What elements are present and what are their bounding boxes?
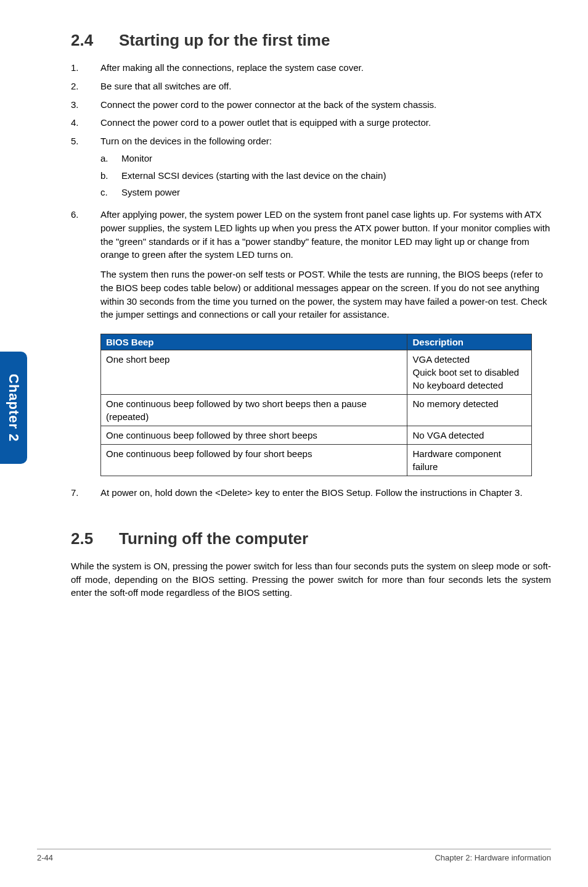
section-title: Starting up for the first time	[119, 31, 330, 50]
footer-page-number: 2-44	[37, 853, 53, 862]
table-cell: One short beep	[101, 350, 407, 395]
item-number: 7.	[71, 486, 100, 500]
table-cell: One continuous beep followed by four sho…	[101, 445, 407, 476]
bios-beep-table: BIOS Beep Description One short beep VGA…	[100, 334, 532, 476]
sub-letter: c.	[100, 186, 121, 199]
steps-list-continued: 7. At power on, hold down the <Delete> k…	[71, 486, 551, 500]
list-item: 1. After making all the connections, rep…	[71, 61, 551, 75]
item-number: 1.	[71, 61, 100, 75]
sub-list-item: b. External SCSI devices (starting with …	[100, 169, 551, 183]
table-row: One continuous beep followed by four sho…	[101, 445, 532, 476]
sub-list-item: c. System power	[100, 186, 551, 199]
steps-list: 1. After making all the connections, rep…	[71, 61, 551, 321]
sub-text: Monitor	[121, 152, 152, 165]
sub-letter: a.	[100, 152, 121, 165]
list-item: 2. Be sure that all switches are off.	[71, 80, 551, 93]
sub-text: System power	[121, 186, 180, 199]
item-text: After applying power, the system power L…	[100, 208, 551, 321]
item-text: Be sure that all switches are off.	[100, 80, 551, 93]
table-header-row: BIOS Beep Description	[101, 334, 532, 350]
section-heading-2-5: 2.5 Turning off the computer	[71, 529, 551, 548]
footer-chapter: Chapter 2: Hardware information	[435, 853, 551, 862]
section-title: Turning off the computer	[119, 529, 308, 548]
page-footer: 2-44 Chapter 2: Hardware information	[37, 849, 551, 862]
table-header: Description	[407, 334, 532, 350]
chapter-side-tab: Chapter 2	[0, 352, 27, 464]
table-row: One continuous beep followed by three sh…	[101, 426, 532, 445]
item-text: Turn on the devices in the following ord…	[100, 134, 551, 203]
section-body: While the system is ON, pressing the pow…	[71, 559, 551, 600]
sub-text: External SCSI devices (starting with the…	[121, 169, 386, 183]
table-header: BIOS Beep	[101, 334, 407, 350]
list-item: 6. After applying power, the system powe…	[71, 208, 551, 321]
item-number: 3.	[71, 98, 100, 112]
table-row: One short beep VGA detected Quick boot s…	[101, 350, 532, 395]
item-text: After making all the connections, replac…	[100, 61, 551, 75]
sub-letter: b.	[100, 169, 121, 183]
item-text: At power on, hold down the <Delete> key …	[100, 486, 551, 500]
list-item: 3. Connect the power cord to the power c…	[71, 98, 551, 112]
item-text-main: Turn on the devices in the following ord…	[100, 136, 272, 146]
chapter-side-tab-text: Chapter 2	[6, 374, 22, 442]
item-extra-paragraph: The system then runs the power-on self t…	[100, 268, 551, 321]
table-row: One continuous beep followed by two shor…	[101, 395, 532, 426]
item-number: 2.	[71, 80, 100, 93]
sub-list: a. Monitor b. External SCSI devices (sta…	[100, 152, 551, 199]
section-number: 2.5	[71, 529, 119, 548]
section-number: 2.4	[71, 31, 119, 50]
item-number: 4.	[71, 116, 100, 130]
list-item: 5. Turn on the devices in the following …	[71, 134, 551, 203]
table-cell: Hardware component failure	[407, 445, 532, 476]
table-cell: One continuous beep followed by two shor…	[101, 395, 407, 426]
table-cell: No VGA detected	[407, 426, 532, 445]
item-number: 5.	[71, 134, 100, 203]
item-text: Connect the power cord to the power conn…	[100, 98, 551, 112]
list-item: 7. At power on, hold down the <Delete> k…	[71, 486, 551, 500]
table-cell: One continuous beep followed by three sh…	[101, 426, 407, 445]
item-number: 6.	[71, 208, 100, 321]
section-2-5: 2.5 Turning off the computer While the s…	[71, 529, 551, 600]
section-heading-2-4: 2.4 Starting up for the first time	[71, 31, 551, 50]
item-text-main: After applying power, the system power L…	[100, 209, 550, 260]
table-cell: VGA detected Quick boot set to disabled …	[407, 350, 532, 395]
sub-list-item: a. Monitor	[100, 152, 551, 165]
item-text: Connect the power cord to a power outlet…	[100, 116, 551, 130]
list-item: 4. Connect the power cord to a power out…	[71, 116, 551, 130]
table-cell: No memory detected	[407, 395, 532, 426]
